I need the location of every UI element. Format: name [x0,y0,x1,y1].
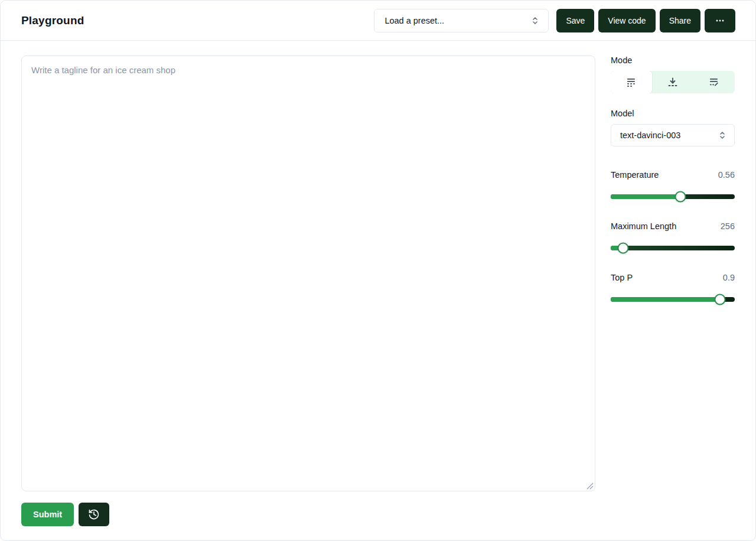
save-button[interactable]: Save [556,9,594,32]
main-content: Submit Mode [1,41,755,526]
share-button[interactable]: Share [660,9,700,32]
top-p-setting: Top P 0.9 [611,273,735,305]
header: Playground Load a preset... Save View co… [1,1,755,41]
load-preset-value: Load a preset... [384,16,444,25]
edit-mode-icon [709,77,719,87]
more-options-button[interactable] [705,9,735,32]
chevron-up-down-icon [530,16,540,25]
mode-toggle-group [611,71,735,93]
mode-label: Mode [611,56,735,65]
insert-mode-icon [667,77,678,87]
slider-fill [611,297,720,302]
complete-mode-icon [626,77,637,87]
max-length-slider[interactable] [611,242,735,253]
mode-insert-button[interactable] [652,71,693,93]
top-p-value: 0.9 [723,273,735,282]
view-code-button[interactable]: View code [598,9,655,32]
temperature-setting: Temperature 0.56 [611,170,735,202]
load-preset-select[interactable]: Load a preset... [374,9,549,32]
top-p-label: Top P [611,273,633,282]
top-p-slider-thumb[interactable] [714,294,725,305]
max-length-value: 256 [721,221,735,231]
max-length-setting: Maximum Length 256 [611,221,735,253]
top-p-slider[interactable] [611,294,735,305]
model-select[interactable]: text-davinci-003 [611,124,735,146]
editor-footer: Submit [21,503,595,526]
history-button[interactable] [79,503,109,526]
temperature-label: Temperature [611,170,659,180]
model-select-value: text-davinci-003 [620,131,680,140]
history-icon [88,509,100,520]
slider-fill [611,194,680,199]
model-label: Model [611,109,735,118]
mode-edit-button[interactable] [693,71,735,93]
page-title: Playground [21,14,84,27]
max-length-slider-thumb[interactable] [618,242,629,253]
temperature-value: 0.56 [718,170,735,180]
prompt-area [21,56,595,491]
header-controls: Load a preset... Save View code Share [374,9,735,32]
max-length-label: Maximum Length [611,221,676,231]
settings-sidebar: Mode [611,56,735,526]
slider-track [611,246,735,250]
mode-complete-button[interactable] [611,71,652,93]
ellipsis-icon [715,15,725,26]
temperature-slider-thumb[interactable] [674,191,686,202]
editor-column: Submit [21,56,595,526]
model-section: Model text-davinci-003 [611,109,735,146]
prompt-textarea[interactable] [21,56,595,491]
chevron-up-down-icon [718,131,727,140]
submit-button[interactable]: Submit [21,503,74,526]
playground-app: Playground Load a preset... Save View co… [0,0,756,541]
temperature-slider[interactable] [611,191,735,202]
